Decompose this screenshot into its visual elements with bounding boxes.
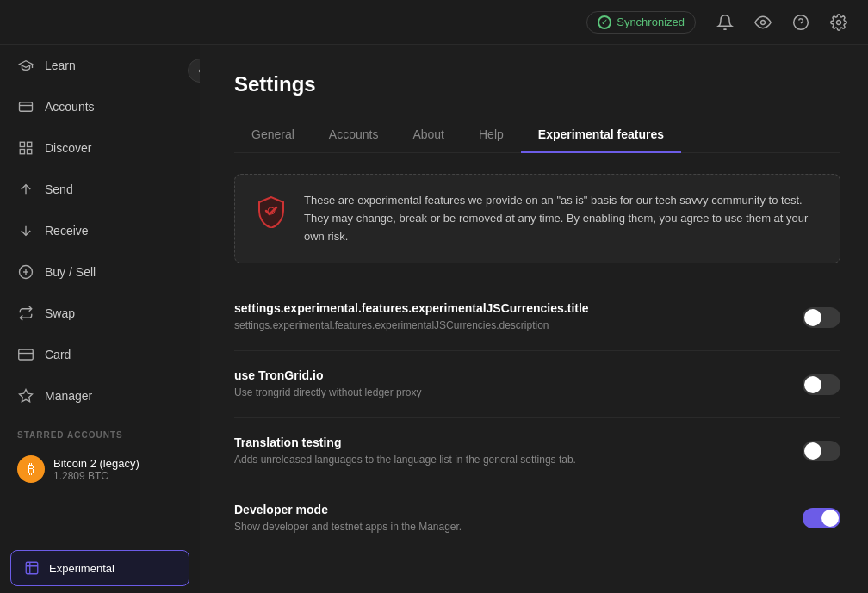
help-icon — [792, 14, 809, 31]
tab-experimental[interactable]: Experimental features — [521, 117, 681, 153]
send-icon — [17, 181, 34, 198]
swap-label: Swap — [45, 306, 75, 320]
accounts-icon — [17, 98, 34, 115]
feature-developer: Developer mode Show developer and testne… — [234, 485, 840, 552]
svg-marker-16 — [20, 390, 33, 402]
nav-receive[interactable]: Receive — [0, 210, 200, 251]
page-title: Settings — [234, 72, 840, 96]
toggle-knob — [804, 442, 822, 460]
card-icon — [17, 346, 34, 363]
feature-translation-title: Translation testing — [234, 435, 789, 449]
feature-js-currencies: settings.experimental.features.experimen… — [234, 284, 840, 351]
eye-button[interactable] — [747, 7, 778, 38]
tab-accounts[interactable]: Accounts — [312, 117, 396, 153]
toggle-track[interactable] — [803, 374, 840, 395]
feature-trongrid-desc: Use trongrid directly without ledger pro… — [234, 386, 789, 400]
toggle-track[interactable] — [803, 307, 840, 328]
bitcoin-icon: ₿ — [17, 455, 45, 483]
help-button[interactable] — [785, 7, 816, 38]
svg-rect-6 — [28, 142, 32, 146]
svg-rect-4 — [20, 102, 33, 112]
nav-learn[interactable]: Learn — [0, 45, 200, 86]
content-area: Settings General Accounts About Help Exp… — [200, 45, 868, 593]
feature-translation-desc: Adds unreleased languages to the languag… — [234, 453, 789, 467]
nav-swap[interactable]: Swap — [0, 293, 200, 334]
receive-icon — [17, 222, 34, 239]
experimental-label: Experimental — [49, 562, 115, 575]
toggle-knob — [804, 309, 822, 326]
feature-developer-info: Developer mode Show developer and testne… — [234, 503, 789, 534]
feature-translation: Translation testing Adds unreleased lang… — [234, 418, 840, 485]
learn-icon — [17, 57, 34, 74]
settings-tabs: General Accounts About Help Experimental… — [234, 117, 840, 153]
buy-sell-icon — [17, 263, 34, 281]
feature-trongrid: use TronGrid.io Use trongrid directly wi… — [234, 351, 840, 418]
sync-status: ✓ Synchronized — [586, 11, 696, 34]
gear-icon — [830, 14, 847, 31]
svg-rect-5 — [20, 142, 24, 146]
svg-point-0 — [761, 20, 766, 24]
toggle-track[interactable] — [803, 441, 840, 461]
main-layout: ‹ Learn Accounts Discover Send — [0, 45, 868, 593]
feature-js-currencies-info: settings.experimental.features.experimen… — [234, 301, 789, 333]
nav-send[interactable]: Send — [0, 169, 200, 210]
discover-icon — [17, 139, 34, 157]
manager-icon — [17, 387, 34, 405]
info-text: These are experimental features we provi… — [304, 192, 822, 245]
sync-label: Synchronized — [617, 15, 685, 28]
learn-label: Learn — [45, 59, 76, 72]
starred-account-name: Bitcoin 2 (legacy) — [53, 457, 140, 470]
feature-trongrid-info: use TronGrid.io Use trongrid directly wi… — [234, 368, 789, 400]
feature-js-currencies-desc: settings.experimental.features.experimen… — [234, 318, 789, 333]
receive-label: Receive — [45, 224, 89, 238]
feature-trongrid-title: use TronGrid.io — [234, 368, 789, 382]
svg-rect-14 — [19, 349, 34, 360]
features-list: settings.experimental.features.experimen… — [234, 284, 840, 551]
toggle-knob — [822, 510, 839, 527]
svg-point-3 — [837, 20, 841, 24]
experimental-button[interactable]: Experimental — [10, 550, 189, 586]
nav-buy-sell[interactable]: Buy / Sell — [0, 251, 200, 293]
feature-trongrid-toggle[interactable] — [803, 374, 840, 395]
toggle-knob — [804, 376, 822, 393]
starred-section: STARRED ACCOUNTS ₿ Bitcoin 2 (legacy) 1.… — [0, 417, 200, 498]
swap-icon — [17, 305, 34, 322]
starred-account-balance: 1.2809 BTC — [53, 470, 140, 482]
feature-translation-toggle[interactable] — [803, 441, 840, 461]
starred-account-bitcoin[interactable]: ₿ Bitcoin 2 (legacy) 1.2809 BTC — [17, 447, 183, 491]
starred-label: STARRED ACCOUNTS — [17, 430, 183, 440]
feature-developer-toggle[interactable] — [803, 508, 840, 528]
info-box: These are experimental features we provi… — [234, 174, 840, 263]
nav-discover[interactable]: Discover — [0, 127, 200, 169]
buy-sell-label: Buy / Sell — [45, 265, 96, 279]
tab-help[interactable]: Help — [462, 117, 521, 153]
sync-check-icon: ✓ — [598, 15, 611, 29]
topbar: ✓ Synchronized — [0, 0, 868, 45]
settings-button[interactable] — [823, 7, 854, 38]
accounts-label: Accounts — [45, 100, 95, 114]
feature-js-currencies-toggle[interactable] — [803, 307, 840, 328]
tab-about[interactable]: About — [395, 117, 462, 153]
experimental-icon — [23, 559, 40, 577]
tab-general[interactable]: General — [234, 117, 312, 153]
send-label: Send — [45, 182, 73, 196]
card-label: Card — [45, 348, 71, 361]
discover-label: Discover — [45, 141, 91, 155]
starred-account-info: Bitcoin 2 (legacy) 1.2809 BTC — [53, 457, 140, 482]
manager-label: Manager — [45, 389, 92, 403]
feature-js-currencies-title: settings.experimental.features.experimen… — [234, 301, 789, 315]
svg-point-1 — [794, 15, 809, 29]
feature-developer-desc: Show developer and testnet apps in the M… — [234, 520, 789, 534]
sidebar-bottom: Experimental — [0, 543, 200, 593]
feature-translation-info: Translation testing Adds unreleased lang… — [234, 435, 789, 467]
eye-icon — [754, 14, 772, 31]
nav-card[interactable]: Card — [0, 334, 200, 375]
feature-developer-title: Developer mode — [234, 503, 789, 516]
notification-button[interactable] — [710, 7, 741, 38]
toggle-track-on[interactable] — [803, 508, 840, 528]
shield-icon — [252, 192, 290, 230]
nav-manager[interactable]: Manager — [0, 375, 200, 417]
nav-accounts[interactable]: Accounts — [0, 86, 200, 127]
svg-rect-8 — [28, 150, 32, 154]
sidebar: ‹ Learn Accounts Discover Send — [0, 45, 200, 593]
